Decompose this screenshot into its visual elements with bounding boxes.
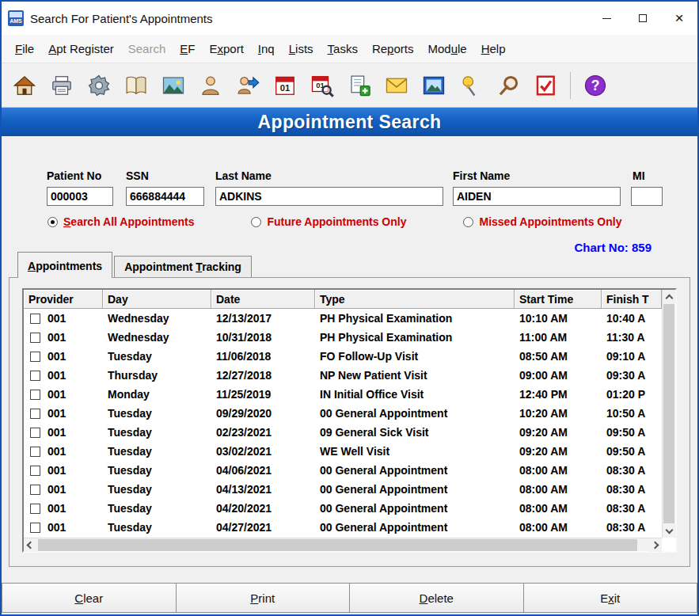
delete-button[interactable]: Delete: [349, 583, 524, 613]
vscroll-thumb[interactable]: [663, 304, 674, 523]
toolbar-patient-transfer-button[interactable]: [231, 68, 264, 103]
menu-item-help[interactable]: Help: [474, 37, 513, 60]
menu-item-ef[interactable]: EF: [173, 37, 202, 60]
row-checkbox[interactable]: [30, 352, 40, 362]
toolbar-find-tools-button[interactable]: [492, 68, 525, 103]
appointment-row[interactable]: 001Wednesday10/31/2018PH Physical Examin…: [24, 328, 662, 347]
menu-item-tasks[interactable]: Tasks: [321, 37, 365, 60]
appointment-row[interactable]: 001Tuesday04/06/202100 General Appointme…: [24, 461, 662, 480]
first-name-input[interactable]: [453, 187, 621, 206]
row-checkbox[interactable]: [30, 371, 40, 381]
toolbar-home-button[interactable]: [8, 68, 41, 103]
chevron-right-icon: [652, 541, 659, 549]
toolbar-print-button[interactable]: [45, 68, 78, 103]
menu-item-inq[interactable]: Inq: [251, 37, 282, 60]
grid-header: ProviderDayDateTypeStart TimeFinish T: [24, 290, 662, 309]
row-checkbox[interactable]: [30, 314, 40, 324]
title-bar: AMS Search For Patient's Appointments ×: [2, 2, 697, 35]
appointment-row[interactable]: 001Tuesday03/02/2021WE Well Visit09:20 A…: [24, 442, 662, 461]
hscroll-left-button[interactable]: [24, 538, 37, 552]
cell-finish: 10:40 A: [602, 312, 650, 325]
toolbar-image-button[interactable]: [157, 68, 190, 103]
appointment-row[interactable]: 001Thursday12/27/2018NP New Patient Visi…: [24, 366, 662, 385]
toolbar-help-button[interactable]: ?: [579, 68, 612, 103]
appointment-row[interactable]: 001Tuesday02/23/202109 General Sick Visi…: [24, 423, 662, 442]
cell-day: Monday: [103, 388, 211, 401]
ssn-input[interactable]: [126, 187, 204, 206]
close-button[interactable]: ×: [661, 2, 697, 35]
hscroll-thumb[interactable]: [38, 539, 637, 551]
row-checkbox[interactable]: [30, 333, 40, 343]
row-checkbox[interactable]: [30, 447, 40, 457]
toolbar-image-viewer-button[interactable]: [417, 68, 450, 103]
row-checkbox[interactable]: [30, 504, 40, 514]
svg-text:?: ?: [591, 78, 600, 93]
appointment-row[interactable]: 001Tuesday09/29/202000 General Appointme…: [24, 404, 662, 423]
row-checkbox[interactable]: [30, 485, 40, 495]
last-name-input[interactable]: [215, 187, 443, 206]
radio-future-appointments-only[interactable]: Future Appointments Only: [251, 215, 406, 228]
menu-item-apt-register[interactable]: Apt Register: [41, 37, 121, 60]
radio-missed-appointments-only[interactable]: Missed Appointments Only: [463, 215, 621, 228]
toolbar-book-button[interactable]: [120, 68, 153, 103]
toolbar-patient-button[interactable]: [194, 68, 227, 103]
column-header-date[interactable]: Date: [211, 290, 315, 309]
tab-appointment-tracking[interactable]: Appointment Tracking: [114, 256, 252, 277]
cell-date: 10/31/2018: [211, 331, 315, 344]
toolbar-calendar-day-button[interactable]: 01: [268, 68, 302, 103]
cell-day: Tuesday: [103, 464, 211, 477]
cell-date: 03/02/2021: [211, 445, 315, 458]
menu-item-export[interactable]: Export: [202, 37, 250, 60]
column-header-finish-t[interactable]: Finish T: [602, 290, 662, 309]
home-icon: [13, 74, 36, 97]
menu-item-lists[interactable]: Lists: [282, 37, 321, 60]
maximize-button[interactable]: [625, 2, 661, 35]
row-checkbox[interactable]: [30, 523, 40, 533]
menu-item-module[interactable]: Module: [420, 37, 473, 60]
column-header-day[interactable]: Day: [103, 290, 211, 309]
tab-appointments[interactable]: Appointments: [17, 252, 112, 278]
appointment-row[interactable]: 001Tuesday04/13/202100 General Appointme…: [24, 480, 662, 499]
toolbar-task-check-button[interactable]: [529, 68, 562, 103]
menu-item-reports[interactable]: Reports: [365, 37, 421, 60]
column-header-start-time[interactable]: Start Time: [515, 290, 602, 309]
appointment-row[interactable]: 001Tuesday04/20/202100 General Appointme…: [24, 499, 662, 518]
toolbar-new-form-button[interactable]: [343, 68, 376, 103]
toolbar-calendar-search-button[interactable]: 01: [306, 68, 339, 103]
menu-item-file[interactable]: File: [8, 37, 41, 60]
print-button[interactable]: Print: [176, 583, 351, 613]
cell-provider: 001: [24, 464, 103, 477]
cell-start: 10:20 AM: [515, 407, 602, 420]
row-checkbox[interactable]: [30, 390, 40, 400]
cell-finish: 11:30 A: [602, 331, 650, 344]
exit-button[interactable]: Exit: [523, 583, 698, 613]
mi-input[interactable]: [631, 187, 663, 206]
cell-day: Tuesday: [103, 426, 211, 439]
toolbar-settings-button[interactable]: [82, 68, 116, 103]
row-checkbox[interactable]: [30, 409, 40, 419]
clear-button[interactable]: Clear: [2, 583, 177, 613]
cell-provider: 001: [24, 331, 103, 344]
radio-search-all-appointments[interactable]: Search All Appointments: [47, 215, 194, 228]
cell-type: 00 General Appointment: [315, 407, 515, 420]
appointment-row[interactable]: 001Wednesday12/13/2017PH Physical Examin…: [24, 309, 662, 328]
radio-label: Future Appointments Only: [267, 215, 406, 228]
radio-label: Search All Appointments: [63, 215, 194, 228]
appointment-row[interactable]: 001Tuesday11/06/2018FO Follow-Up Visit08…: [24, 347, 662, 366]
appointment-row[interactable]: 001Tuesday04/27/202100 General Appointme…: [24, 518, 662, 537]
row-checkbox[interactable]: [30, 428, 40, 438]
appointment-row[interactable]: 001Monday11/25/2019IN Initial Office Vis…: [24, 385, 662, 404]
vscroll-up-button[interactable]: [663, 290, 676, 303]
column-header-type[interactable]: Type: [315, 290, 515, 309]
hscroll-right-button[interactable]: [648, 538, 662, 552]
cell-type: WE Well Visit: [315, 445, 515, 458]
column-header-provider[interactable]: Provider: [24, 290, 103, 309]
cell-date: 04/20/2021: [211, 502, 315, 515]
cell-start: 08:50 AM: [515, 350, 602, 363]
row-checkbox[interactable]: [30, 466, 40, 476]
patient-no-input[interactable]: [47, 187, 113, 206]
toolbar-email-button[interactable]: [380, 68, 413, 103]
minimize-button[interactable]: [588, 2, 625, 35]
toolbar-pin-button[interactable]: [454, 68, 488, 103]
vscroll-down-button[interactable]: [663, 524, 676, 538]
